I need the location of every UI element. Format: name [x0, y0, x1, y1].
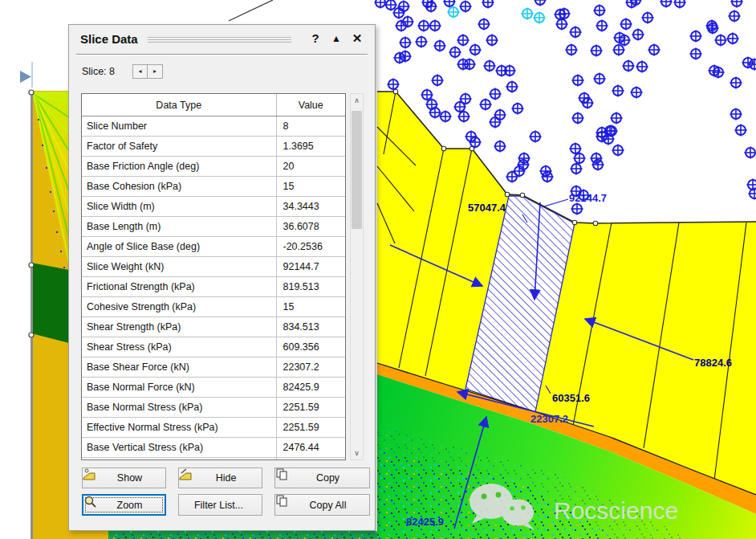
- table-row[interactable]: Slice Number8: [82, 116, 345, 137]
- table-row[interactable]: Effective Normal Stress (kPa)2251.59: [82, 418, 345, 438]
- titlebar-grip[interactable]: [148, 37, 291, 43]
- bottom-noise-speckle: [108, 531, 377, 539]
- scroll-thumb[interactable]: [352, 111, 362, 229]
- slice-prev-button[interactable]: ◂: [132, 64, 148, 79]
- table-row[interactable]: Cohesive Strength (kPa)15: [82, 297, 345, 317]
- table-row[interactable]: Base Normal Stress (kPa)2251.59: [82, 398, 345, 418]
- copy-button[interactable]: Copy: [274, 468, 370, 488]
- table-row[interactable]: Frictional Strength (kPa)819.513: [82, 277, 345, 297]
- hide-slice-icon: [186, 472, 200, 484]
- table-row[interactable]: Shear Stress (kPa)609.356: [82, 337, 345, 357]
- dark-green-layer: [31, 263, 69, 343]
- force-value-label: 82425.9: [406, 516, 444, 528]
- scroll-down-button[interactable]: ∨: [351, 447, 363, 459]
- watermark-text: Rocscience: [554, 497, 678, 524]
- filter-list-button[interactable]: Filter List...: [178, 494, 262, 516]
- slice-next-button[interactable]: ▸: [148, 64, 163, 79]
- table-row[interactable]: Base Length (m)36.6078: [82, 217, 345, 237]
- zoom-button[interactable]: Zoom: [82, 494, 166, 516]
- scroll-up-button[interactable]: ∧: [351, 94, 363, 107]
- table-row[interactable]: Base Cohesion (kPa)15: [82, 177, 345, 197]
- table-row[interactable]: Shear Strength (kPa)834.513: [82, 317, 345, 337]
- copy-all-button[interactable]: Copy All: [274, 494, 370, 516]
- help-button[interactable]: ?: [307, 30, 323, 47]
- column-header-data-type[interactable]: Data Type: [82, 94, 276, 116]
- table-row[interactable]: Slice Weight (kN)92144.7: [82, 257, 345, 277]
- table-row[interactable]: Slice Width (m)34.3443: [82, 197, 345, 217]
- table-row[interactable]: Effective Vertical Stress (kPa)2476.44: [82, 458, 345, 461]
- left-material-strip: [29, 90, 69, 539]
- column-header-value[interactable]: Value: [276, 94, 345, 116]
- collapse-button[interactable]: ▲: [328, 30, 344, 47]
- force-value-label: 57047.4: [468, 202, 506, 214]
- table-row[interactable]: Factor of Safety1.3695: [82, 137, 345, 157]
- slice-data-dialog: Slice Data ? ▲ ✕ Slice: 8 ◂ ▸ Data Type …: [68, 24, 376, 531]
- slice-data-table: Data Type Value Slice Number8Factor of S…: [81, 93, 346, 460]
- close-button[interactable]: ✕: [349, 30, 365, 47]
- slice-spinner: ◂ ▸: [132, 64, 163, 79]
- show-slice-icon: [90, 472, 104, 484]
- force-value-label: 78824.6: [694, 357, 732, 369]
- hide-button[interactable]: Hide: [178, 468, 262, 488]
- dialog-titlebar[interactable]: Slice Data ? ▲ ✕: [69, 25, 375, 52]
- table-row[interactable]: Base Shear Force (kN)22307.2: [82, 357, 345, 378]
- table-scrollbar[interactable]: ∧ ∨: [350, 93, 364, 460]
- copy-all-icon: [282, 499, 296, 511]
- table-row[interactable]: Base Normal Force (kN)82425.9: [82, 378, 345, 398]
- show-button[interactable]: Show: [82, 468, 166, 488]
- table-row[interactable]: Angle of Slice Base (deg)-20.2536: [82, 237, 345, 257]
- table-row[interactable]: Base Friction Angle (deg)20: [82, 157, 345, 177]
- force-value-label: 22307.2: [530, 413, 568, 425]
- zoom-icon: [91, 499, 104, 511]
- bottom-gold-strip: [68, 531, 108, 539]
- slice-number-label: Slice: 8: [82, 66, 115, 77]
- copy-icon: [282, 472, 296, 484]
- table-row[interactable]: Base Vertical Stress (kPa)2476.44: [82, 438, 345, 458]
- application-window: Rocscience 57047.492144.778824.660351.62…: [0, 0, 756, 539]
- dialog-title: Slice Data: [80, 32, 138, 46]
- titlebar-separator: [76, 54, 368, 55]
- force-value-label: 60351.6: [552, 392, 590, 404]
